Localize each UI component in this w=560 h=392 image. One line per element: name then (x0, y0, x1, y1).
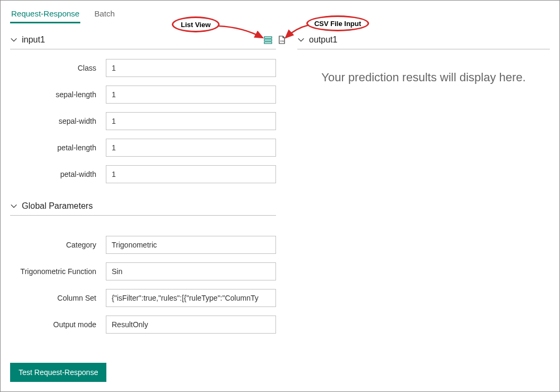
input-fields: Class sepal-length sepal-width petal-len… (10, 59, 276, 183)
input-sepal-width[interactable] (106, 112, 276, 130)
section-title-global-parameters: Global Parameters (22, 201, 93, 211)
label-column-set: Column Set (10, 294, 106, 302)
view-toggle-icons: csv (264, 36, 286, 44)
test-request-response-button[interactable]: Test Request-Response (10, 363, 106, 382)
input-class[interactable] (106, 59, 276, 77)
input-category[interactable] (106, 236, 276, 254)
label-output-mode: Output mode (10, 320, 106, 329)
label-petal-length: petal-length (10, 143, 106, 152)
output-placeholder-text: Your prediction results will display her… (297, 71, 550, 84)
section-header-input1[interactable]: input1 (10, 32, 276, 49)
label-category: Category (10, 241, 106, 249)
input-petal-width[interactable] (106, 165, 276, 183)
chevron-down-icon (10, 36, 18, 44)
svg-text:csv: csv (280, 39, 285, 42)
input-sepal-length[interactable] (106, 86, 276, 104)
tab-request-response[interactable]: Request-Response (10, 7, 80, 22)
section-header-global-parameters[interactable]: Global Parameters (10, 198, 276, 216)
tabs-bar: Request-Response Batch (10, 7, 550, 22)
svg-rect-2 (264, 42, 272, 44)
label-sepal-length: sepal-length (10, 90, 106, 99)
label-sepal-width: sepal-width (10, 117, 106, 125)
chevron-down-icon (10, 202, 18, 210)
input-output-mode[interactable] (106, 316, 276, 334)
csv-file-icon[interactable]: csv (278, 36, 286, 44)
svg-rect-1 (264, 39, 272, 41)
section-title-output1: output1 (309, 35, 337, 45)
svg-rect-0 (264, 37, 272, 38)
section-header-output1[interactable]: output1 (297, 32, 550, 49)
section-title-input1: input1 (22, 35, 45, 45)
chevron-down-icon (297, 36, 305, 44)
label-class: Class (10, 64, 106, 72)
input-trig-function[interactable] (106, 262, 276, 280)
label-petal-width: petal-width (10, 170, 106, 178)
list-view-icon[interactable] (264, 36, 272, 44)
input-column-set[interactable] (106, 289, 276, 307)
input-petal-length[interactable] (106, 139, 276, 157)
label-trig-function: Trigonometric Function (10, 267, 106, 276)
tab-batch[interactable]: Batch (93, 7, 115, 22)
